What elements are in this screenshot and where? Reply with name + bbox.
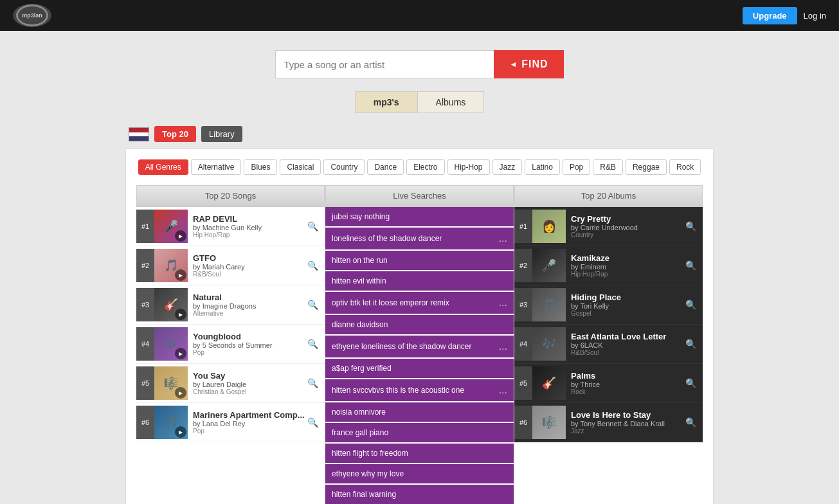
album-title: Love Is Here to Stay xyxy=(571,410,683,420)
song-item[interactable]: #3 🎸 ▶ Natural by Imagine Dragons Altern… xyxy=(136,285,325,325)
song-item[interactable]: #4 🎶 ▶ Youngblood by 5 Seconds of Summer… xyxy=(136,325,325,364)
album-rank: #1 xyxy=(514,210,532,243)
songs-column-header: Top 20 Songs xyxy=(136,185,325,207)
header: mp3lan Upgrade Log in xyxy=(0,0,839,31)
login-link[interactable]: Log in xyxy=(804,11,826,21)
song-item[interactable]: #6 🎵 ▶ Mariners Apartment Comp... by Lan… xyxy=(136,403,325,442)
live-search-item[interactable]: jubei say nothing xyxy=(325,207,514,226)
album-item[interactable]: #2 🎤 Kamikaze by Eminem Hip Hop/Rap 🔍 xyxy=(514,246,703,285)
song-rank: #6 xyxy=(136,406,154,439)
album-item[interactable]: #4 🎶 East Atlanta Love Letter by 6LACK R… xyxy=(514,325,703,364)
albums-column: Top 20 Albums #1 👩 Cry Pretty by Carrie … xyxy=(514,185,703,504)
song-genre: Pop xyxy=(193,349,305,356)
song-search-icon[interactable]: 🔍 xyxy=(305,417,321,428)
live-search-item[interactable]: ethyene loneliness of the shadow dancer … xyxy=(325,336,514,357)
live-search-item[interactable]: hitten evil within xyxy=(325,271,514,291)
album-rank: #3 xyxy=(514,288,532,321)
genre-btn-reggae[interactable]: Reggae xyxy=(626,159,667,175)
album-item[interactable]: #1 👩 Cry Pretty by Carrie Underwood Coun… xyxy=(514,207,703,246)
song-artist: by Lauren Daigle xyxy=(193,381,305,388)
upgrade-button[interactable]: Upgrade xyxy=(743,7,797,24)
album-genre: Jazz xyxy=(571,428,683,435)
album-search-icon[interactable]: 🔍 xyxy=(683,417,699,428)
song-item[interactable]: #1 🎤 ▶ RAP DEVIL by Machine Gun Kelly Hi… xyxy=(136,207,325,246)
play-overlay-icon: ▶ xyxy=(175,269,186,281)
song-artist: by Lana Del Rey xyxy=(193,420,305,428)
live-searches-list: jubei say nothing loneliness of the shad… xyxy=(325,207,514,504)
library-button[interactable]: Library xyxy=(201,126,242,142)
album-item[interactable]: #3 🎵 Hiding Place by Tori Kelly Gospel 🔍 xyxy=(514,285,703,325)
live-search-item[interactable]: france gall piano xyxy=(325,423,514,442)
genre-btn-latino[interactable]: Latino xyxy=(525,159,560,175)
live-search-item[interactable]: noisia omnivore xyxy=(325,402,514,422)
song-rank: #1 xyxy=(136,210,154,243)
song-artist: by 5 Seconds of Summer xyxy=(193,341,305,349)
song-info: You Say by Lauren Daigle Christian & Gos… xyxy=(193,371,305,395)
live-search-item[interactable]: hitten final warning xyxy=(325,485,514,504)
song-item[interactable]: #5 🎼 ▶ You Say by Lauren Daigle Christia… xyxy=(136,364,325,403)
album-genre: Rock xyxy=(571,388,683,395)
album-search-icon[interactable]: 🔍 xyxy=(683,260,699,271)
song-item[interactable]: #2 🎵 ▶ GTFO by Mariah Carey R&B/Soul 🔍 xyxy=(136,246,325,285)
song-search-icon[interactable]: 🔍 xyxy=(305,221,321,231)
genre-btn-blues[interactable]: Blues xyxy=(244,159,277,175)
genre-btn-rb[interactable]: R&B xyxy=(593,159,623,175)
live-search-item[interactable]: hitten svccvbvs this is the acoustic one… xyxy=(325,379,514,401)
song-thumbnail: 🎸 ▶ xyxy=(154,288,188,321)
live-search-item[interactable]: ethyene why my love xyxy=(325,464,514,483)
song-title: Youngblood xyxy=(193,332,305,341)
live-search-item[interactable]: loneliness of the shadow dancer ... xyxy=(325,228,514,249)
live-search-text: ethyene why my love xyxy=(332,469,404,478)
album-artist: by 6LACK xyxy=(571,341,683,349)
songs-list: #1 🎤 ▶ RAP DEVIL by Machine Gun Kelly Hi… xyxy=(136,207,325,442)
find-button[interactable]: FIND xyxy=(494,50,563,78)
tab-mp3s[interactable]: mp3's xyxy=(355,91,417,113)
live-search-item[interactable]: hitten flight to freedom xyxy=(325,444,514,463)
play-overlay-icon: ▶ xyxy=(175,426,186,438)
genre-btn-pop[interactable]: Pop xyxy=(563,159,590,175)
top20-button[interactable]: Top 20 xyxy=(154,126,196,142)
album-search-icon[interactable]: 🔍 xyxy=(683,378,699,388)
genre-btn-alternative[interactable]: Alternative xyxy=(191,159,242,175)
album-rank: #4 xyxy=(514,327,532,361)
live-search-item[interactable]: a$ap ferg verified xyxy=(325,359,514,378)
song-search-icon[interactable]: 🔍 xyxy=(305,339,321,349)
tab-albums[interactable]: Albums xyxy=(417,91,485,113)
main-wrapper: FIND mp3's Albums Top 20 Library All Gen… xyxy=(0,31,839,504)
live-search-text: hitten evil within xyxy=(332,276,386,285)
album-thumbnail: 🎤 xyxy=(532,249,566,282)
album-artist: by Thrice xyxy=(571,381,683,388)
album-search-icon[interactable]: 🔍 xyxy=(683,339,699,349)
logo-circle: mp3lan xyxy=(16,4,48,26)
album-info: Love Is Here to Stay by Tony Bennett & D… xyxy=(571,410,683,435)
album-search-icon[interactable]: 🔍 xyxy=(683,221,699,231)
album-rank: #6 xyxy=(514,406,532,439)
search-input[interactable] xyxy=(275,50,494,78)
genre-btn-hiphop[interactable]: Hip-Hop xyxy=(447,159,490,175)
us-flag-icon[interactable] xyxy=(129,127,149,141)
genre-btn-clasical[interactable]: Clasical xyxy=(280,159,321,175)
header-right: Upgrade Log in xyxy=(743,7,826,24)
live-search-item[interactable]: dianne davidson xyxy=(325,315,514,334)
genre-btn-jazz[interactable]: Jazz xyxy=(492,159,523,175)
song-search-icon[interactable]: 🔍 xyxy=(305,378,321,388)
albums-list: #1 👩 Cry Pretty by Carrie Underwood Coun… xyxy=(514,207,703,442)
song-search-icon[interactable]: 🔍 xyxy=(305,260,321,271)
genre-btn-electro[interactable]: Electro xyxy=(406,159,444,175)
live-search-dots: ... xyxy=(499,297,507,309)
genre-btn-country[interactable]: Country xyxy=(323,159,365,175)
album-item[interactable]: #6 🎼 Love Is Here to Stay by Tony Bennet… xyxy=(514,403,703,442)
genre-btn-rock[interactable]: Rock xyxy=(669,159,701,175)
album-title: East Atlanta Love Letter xyxy=(571,332,683,341)
album-search-icon[interactable]: 🔍 xyxy=(683,300,699,310)
song-title: GTFO xyxy=(193,253,305,263)
live-search-item[interactable]: optiv btk let it loose emperor remix ... xyxy=(325,292,514,314)
content-wrapper: All GenresAlternativeBluesClasicalCountr… xyxy=(125,148,714,504)
album-genre: Hip Hop/Rap xyxy=(571,271,683,278)
live-search-item[interactable]: hitten on the run xyxy=(325,251,514,270)
live-search-text: hitten flight to freedom xyxy=(332,449,408,458)
genre-btn-all[interactable]: All Genres xyxy=(138,159,188,175)
genre-btn-dance[interactable]: Dance xyxy=(367,159,404,175)
song-search-icon[interactable]: 🔍 xyxy=(305,300,321,310)
album-item[interactable]: #5 🎸 Palms by Thrice Rock 🔍 xyxy=(514,364,703,403)
